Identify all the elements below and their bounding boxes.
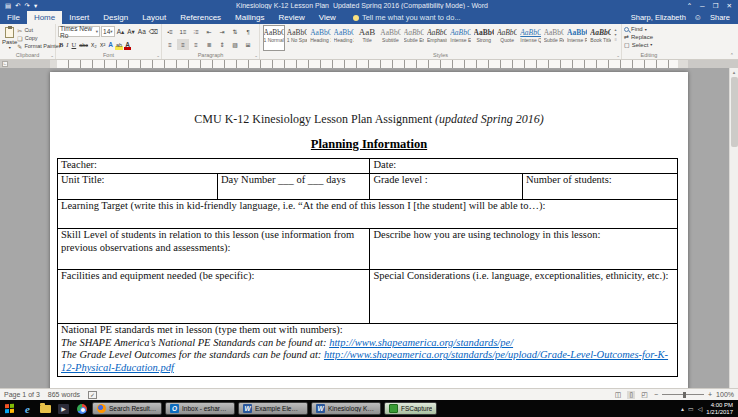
style-intense-quote[interactable]: AaBbCcI Intense Q... bbox=[519, 25, 541, 51]
cell-students[interactable]: Number of students: bbox=[522, 173, 677, 199]
underline-button[interactable]: U bbox=[71, 39, 78, 50]
document-page[interactable]: CMU K-12 Kinesiology Lesson Plan Assignm… bbox=[50, 72, 688, 388]
tab-review[interactable]: Review bbox=[271, 11, 311, 24]
styles-dialog-launcher-icon[interactable]: ⌄ bbox=[616, 53, 620, 58]
align-right-button[interactable]: ≡ bbox=[190, 39, 202, 50]
subscript-button[interactable]: x₂ bbox=[90, 39, 98, 50]
bullets-button[interactable]: •≡ bbox=[164, 26, 176, 37]
tab-layout[interactable]: Layout bbox=[135, 11, 173, 24]
taskbar-window-outlook[interactable]: O Inbox - esharp@c... bbox=[165, 402, 235, 415]
cell-grade-level[interactable]: Grade level : bbox=[370, 173, 523, 199]
cut-button[interactable]: ✂ Cut bbox=[17, 27, 60, 34]
paragraph-dialog-launcher-icon[interactable]: ⌄ bbox=[254, 53, 258, 58]
align-center-button[interactable]: ≡ bbox=[177, 39, 189, 50]
restore-icon[interactable]: ❐ bbox=[713, 2, 719, 10]
shrink-font-button[interactable]: A▾ bbox=[126, 26, 136, 37]
align-left-button[interactable]: ≡ bbox=[164, 39, 176, 50]
clear-formatting-button[interactable]: ⌫ bbox=[148, 26, 159, 37]
media-player-button[interactable]: ▶ bbox=[56, 402, 71, 415]
tab-design[interactable]: Design bbox=[96, 11, 135, 24]
italic-button[interactable]: I bbox=[65, 39, 69, 50]
redo-icon[interactable]: ↷ bbox=[25, 2, 30, 10]
format-painter-button[interactable]: ✎ Format Painter bbox=[17, 43, 60, 50]
proofing-icon[interactable]: ✓ bbox=[88, 391, 97, 399]
collapse-ribbon-icon[interactable]: ⌃ bbox=[730, 52, 734, 58]
style-emphasis[interactable]: AaBbCcI Emphasis bbox=[426, 25, 448, 51]
grow-font-button[interactable]: A▴ bbox=[116, 26, 126, 37]
share-button[interactable]: Share bbox=[710, 13, 730, 22]
select-button[interactable]: ▢ Select ▾ bbox=[624, 41, 674, 48]
increase-indent-button[interactable]: ⇥ bbox=[216, 26, 228, 37]
horizontal-ruler[interactable]: ∟ bbox=[0, 60, 738, 68]
font-family-select[interactable]: Times New Ro ▾ bbox=[58, 26, 100, 37]
close-icon[interactable]: ✕ bbox=[727, 2, 732, 10]
chrome-button[interactable] bbox=[74, 402, 89, 415]
cell-date[interactable]: Date: bbox=[370, 159, 678, 174]
vertical-scrollbar[interactable]: ▴ bbox=[729, 68, 738, 388]
shape-standards-link[interactable]: http://www.shapeamerica.org/standards/pe… bbox=[329, 337, 513, 348]
paste-button[interactable]: Paste ▾ bbox=[2, 25, 17, 51]
tray-up-icon[interactable]: ▴ bbox=[681, 405, 684, 412]
print-layout-button[interactable]: ▯ bbox=[627, 391, 635, 399]
font-dialog-launcher-icon[interactable]: ⌄ bbox=[156, 53, 160, 58]
network-icon[interactable]: ▭ bbox=[688, 405, 694, 412]
paste-dropdown-icon[interactable]: ▾ bbox=[9, 45, 11, 50]
taskbar-window-fscapture[interactable]: FSCapture bbox=[384, 402, 437, 415]
tab-file[interactable]: File bbox=[0, 11, 27, 24]
style-normal[interactable]: AaBbCcI 1 Normal bbox=[263, 25, 285, 51]
cell-learning-target[interactable]: Learning Target (write this in kid-frien… bbox=[58, 199, 678, 228]
justify-button[interactable]: ≣ bbox=[203, 39, 215, 50]
cell-day-number[interactable]: Day Number ___ of ___ days bbox=[217, 173, 370, 199]
internet-explorer-button[interactable]: e bbox=[20, 402, 35, 415]
style-subtitle[interactable]: AaBbCcE Subtitle bbox=[379, 25, 401, 51]
save-icon[interactable]: ▤ bbox=[5, 2, 11, 10]
shading-button[interactable]: ▨ bbox=[229, 39, 241, 50]
borders-button[interactable]: ⊞ bbox=[242, 39, 254, 50]
gallery-more-icon[interactable]: ≡ bbox=[614, 37, 616, 42]
style-quote[interactable]: AaBbCcI Quote bbox=[496, 25, 518, 51]
multilevel-list-button[interactable]: ⁝≡ bbox=[190, 26, 202, 37]
cell-unit-title[interactable]: Unit Title: bbox=[58, 173, 218, 199]
cell-facilities[interactable]: Facilities and equipment needed (be spec… bbox=[58, 269, 370, 323]
tab-view[interactable]: View bbox=[312, 11, 343, 24]
text-effects-button[interactable]: A bbox=[107, 39, 114, 50]
cell-teacher[interactable]: Teacher: bbox=[58, 159, 370, 174]
style-title[interactable]: AaB Title bbox=[356, 25, 378, 51]
style-heading2[interactable]: AaBbCcI Heading 2 bbox=[333, 25, 355, 51]
numbering-button[interactable]: 1≡ bbox=[177, 26, 189, 37]
tab-selector[interactable]: ∟ bbox=[2, 61, 8, 67]
copy-button[interactable]: ❏ Copy bbox=[17, 35, 60, 42]
taskbar-window-word-example[interactable]: W Example Element... bbox=[238, 402, 308, 415]
strikethrough-button[interactable]: abc bbox=[78, 39, 89, 50]
cell-technology[interactable]: Describe how you are using technology in… bbox=[370, 228, 678, 269]
zoom-level[interactable]: 100% bbox=[716, 391, 734, 398]
minimize-icon[interactable]: ─ bbox=[700, 2, 705, 10]
font-size-select[interactable]: 14 ▾ bbox=[101, 26, 115, 37]
tab-mailings[interactable]: Mailings bbox=[228, 11, 271, 24]
clipboard-dialog-launcher-icon[interactable]: ⌄ bbox=[50, 53, 54, 58]
bold-button[interactable]: B bbox=[58, 39, 64, 50]
zoom-slider-thumb[interactable] bbox=[683, 392, 686, 398]
scroll-up-icon[interactable]: ▴ bbox=[730, 68, 738, 76]
account-name[interactable]: Sharp, Elizabeth bbox=[631, 13, 686, 22]
style-intense-reference[interactable]: AaBbCc Intense Re... bbox=[566, 25, 588, 51]
decrease-indent-button[interactable]: ⇤ bbox=[203, 26, 215, 37]
style-intense-emphasis[interactable]: AaBbCcI Intense E... bbox=[449, 25, 471, 51]
file-explorer-button[interactable] bbox=[38, 402, 53, 415]
volume-icon[interactable]: ◁ bbox=[698, 405, 703, 412]
line-spacing-button[interactable]: ⇕ bbox=[216, 39, 228, 50]
show-marks-button[interactable]: ¶ bbox=[242, 26, 254, 37]
taskbar-window-firefox[interactable]: Search Results | C... bbox=[92, 402, 162, 415]
taskbar-window-word-kinesiology[interactable]: W Kinesiology K-12 ... bbox=[311, 402, 381, 415]
scroll-thumb[interactable] bbox=[731, 77, 738, 147]
zoom-slider[interactable] bbox=[662, 394, 704, 395]
replace-button[interactable]: ⇄ Replace bbox=[624, 33, 674, 40]
cell-special-considerations[interactable]: Special Considerations (i.e. language, e… bbox=[370, 269, 678, 323]
ribbon-display-options-icon[interactable]: ⌃ bbox=[687, 2, 692, 10]
word-count[interactable]: 865 words bbox=[48, 391, 80, 398]
start-button[interactable] bbox=[2, 402, 17, 415]
sort-button[interactable]: ⇅ bbox=[229, 26, 241, 37]
zoom-out-button[interactable]: − bbox=[654, 391, 658, 398]
taskbar-clock[interactable]: 4:00 PM 1/21/2017 bbox=[706, 402, 733, 416]
change-case-button[interactable]: Aa bbox=[137, 26, 147, 37]
